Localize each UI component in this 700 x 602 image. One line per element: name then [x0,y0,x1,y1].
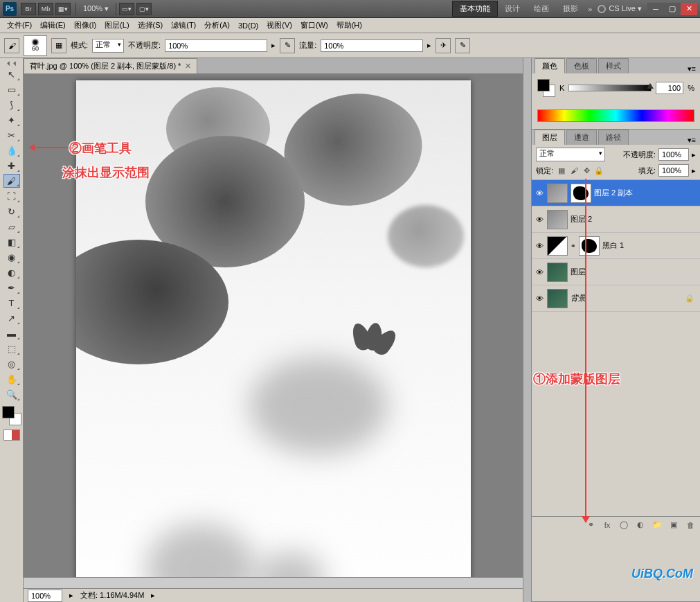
menu-3d[interactable]: 3D(D) [234,19,262,32]
gradient-tool[interactable]: ◧ [3,235,20,249]
new-group-button[interactable]: 📁 [652,520,663,531]
menu-help[interactable]: 帮助(H) [332,18,366,33]
lock-all[interactable]: 🔒 [593,165,604,176]
visibility-toggle[interactable]: 👁 [535,294,544,303]
zoom-tool[interactable]: 🔍 [3,387,20,401]
status-arrow2[interactable]: ▸ [151,591,155,600]
canvas[interactable] [76,80,471,577]
k-input[interactable] [656,82,683,94]
tablet-size-button[interactable]: ✎ [455,38,470,53]
menu-filter[interactable]: 滤镜(T) [167,18,200,33]
brush-panel-toggle[interactable]: ▦ [51,38,66,53]
zoom-level[interactable]: 100% ▾ [79,4,113,13]
foreground-color[interactable] [2,406,15,418]
quick-mask-toggle[interactable] [3,430,20,441]
tab-channels[interactable]: 通道 [566,130,597,145]
layer-mask-thumb[interactable] [579,236,600,256]
brush-tool[interactable]: 🖌 [3,174,20,188]
toolbox-collapse[interactable]: ⏴⏴ [6,60,18,67]
layer-item[interactable]: 👁背景🔒 [532,285,700,312]
workspace-design[interactable]: 设计 [498,1,527,16]
layer-thumb[interactable] [547,210,568,229]
shape-tool[interactable]: ▬ [3,326,20,340]
tablet-opacity-button[interactable]: ✎ [280,38,295,53]
menu-edit[interactable]: 编辑(E) [36,18,70,33]
marquee-tool[interactable]: ▭ [3,82,20,96]
3d-tool[interactable]: ⬚ [3,342,20,355]
dodge-tool[interactable]: ◐ [3,265,20,279]
flow-input[interactable] [321,39,423,52]
arrange-button[interactable]: ▭▾ [119,3,134,15]
history-brush-tool[interactable]: ↻ [3,204,20,218]
layer-name-label[interactable]: 图层 2 副本 [594,188,633,198]
layer-name-label[interactable]: 图层 [571,267,586,277]
layer-item[interactable]: 👁图层 [532,259,700,285]
layer-item[interactable]: 👁图层 2 [532,206,700,233]
document-tab[interactable]: 荷叶.jpg @ 100% (图层 2 副本, 图层蒙版/8) * ✕ [24,58,197,74]
tab-color[interactable]: 颜色 [535,58,565,73]
panel-collapse-strip[interactable] [523,58,531,602]
menu-file[interactable]: 文件(F) [3,18,36,33]
wand-tool[interactable]: ✦ [3,113,20,127]
window-close[interactable]: ✕ [681,3,697,15]
opacity-flyout2[interactable]: ▸ [692,150,696,159]
visibility-toggle[interactable]: 👁 [535,267,544,277]
workspace-more[interactable]: » [588,5,592,13]
layer-fx-button[interactable]: fx [602,520,613,531]
layer-name-label[interactable]: 背景 [571,293,586,303]
new-fill-adj-button[interactable]: ◐ [635,520,646,531]
color-panel-menu[interactable]: ▾≡ [683,64,700,73]
menu-view[interactable]: 视图(V) [262,18,296,33]
tab-layers[interactable]: 图层 [535,130,565,145]
opacity-input[interactable] [165,39,267,52]
document-close[interactable]: ✕ [185,62,191,71]
layer-thumb[interactable] [547,236,568,256]
layer-mask-thumb[interactable] [571,184,591,203]
fill-flyout[interactable]: ▸ [692,166,696,175]
crop-tool[interactable]: ✂ [3,128,20,142]
airbrush-button[interactable]: ✈ [436,38,451,53]
cs-live-button[interactable]: CS Live ▾ [598,4,642,13]
visibility-toggle[interactable]: 👁 [535,241,544,251]
window-maximize[interactable]: ▢ [664,3,681,15]
3d-camera-tool[interactable]: ◎ [3,357,20,371]
layer-item[interactable]: 👁⚭黑白 1 [532,233,700,259]
heal-tool[interactable]: ✚ [3,159,20,172]
type-tool[interactable]: T [3,296,20,310]
layer-name-label[interactable]: 黑白 1 [602,240,624,251]
fill-input[interactable] [658,164,689,177]
tool-preset-picker[interactable]: 🖌 [4,38,19,53]
tab-styles[interactable]: 样式 [598,58,629,73]
k-slider[interactable] [568,85,652,91]
bridge-button[interactable]: Br [21,3,36,15]
horizontal-scrollbar[interactable] [24,577,523,588]
workspace-painting[interactable]: 绘画 [527,1,556,16]
layer-item[interactable]: 👁图层 2 副本 [532,180,700,206]
status-arrow[interactable]: ▸ [69,591,73,600]
eraser-tool[interactable]: ▱ [3,220,20,233]
pen-tool[interactable]: ✒ [3,281,20,294]
spectrum-ramp[interactable] [537,109,694,122]
visibility-toggle[interactable]: 👁 [535,215,544,224]
color-swatches[interactable] [2,406,21,425]
layer-thumb[interactable] [547,263,568,282]
tab-swatches[interactable]: 色板 [566,58,597,73]
flow-flyout[interactable]: ▸ [427,41,431,50]
lock-transparency[interactable]: ▦ [556,165,567,176]
panel-color-swatch[interactable] [537,79,555,97]
blur-tool[interactable]: ◉ [3,250,20,264]
new-layer-button[interactable]: ▣ [668,520,679,531]
lasso-tool[interactable]: ⟆ [3,98,20,112]
visibility-toggle[interactable]: 👁 [535,188,544,198]
stamp-tool[interactable]: ⛶ [3,189,20,203]
layer-name-label[interactable]: 图层 2 [571,214,592,224]
add-mask-button[interactable]: ◯ [618,520,629,531]
layers-panel-menu[interactable]: ▾≡ [683,136,700,145]
workspace-essentials[interactable]: 基本功能 [452,1,498,17]
menu-image[interactable]: 图像(I) [70,18,100,33]
layer-thumb[interactable] [547,289,568,308]
canvas-viewport[interactable] [24,73,523,577]
lock-position[interactable]: ✥ [581,165,592,176]
brush-preset-picker[interactable]: 60 [24,35,47,56]
eyedropper-tool[interactable]: 💧 [3,143,20,157]
